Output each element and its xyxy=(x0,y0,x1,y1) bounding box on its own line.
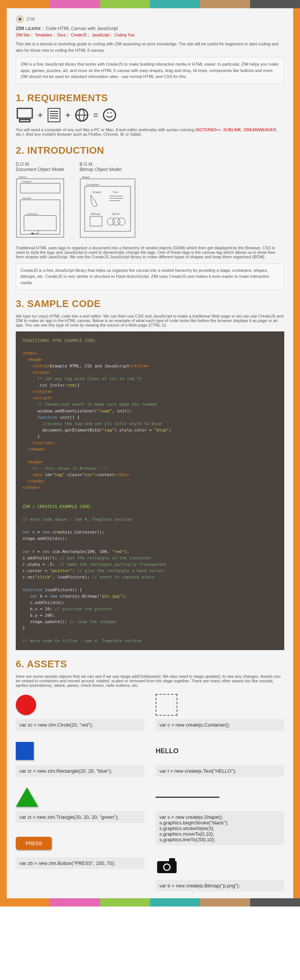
browser-icon xyxy=(74,108,89,123)
svg-rect-3 xyxy=(19,119,30,122)
press-button[interactable]: PRESS xyxy=(16,837,52,850)
logo-text: ZIM xyxy=(26,16,35,22)
svg-rect-34 xyxy=(90,216,102,226)
section-assets-heading: 6. ASSETS xyxy=(16,658,284,670)
line-icon xyxy=(156,797,219,798)
svg-text:<body>: <body> xyxy=(22,196,32,200)
svg-rect-2 xyxy=(17,108,32,118)
top-stripes xyxy=(0,0,300,8)
svg-text:Text: Text xyxy=(113,191,118,194)
assets-text: Here are some sample objects that we can… xyxy=(16,674,284,687)
logo: ZIM xyxy=(16,15,284,23)
svg-text:Stage: Stage xyxy=(82,175,89,179)
text-icon: HELLO xyxy=(156,747,179,755)
sample-code-text: We type (or copy) HTML code into a text … xyxy=(16,314,284,327)
svg-point-12 xyxy=(104,109,115,121)
link-dreamweaver[interactable]: DREAMWEAVER xyxy=(244,127,276,132)
asset-circle: var zc = new zim.Circle(20, "red"); xyxy=(16,693,144,731)
introduction-text: Traditional HTML uses tags to organize a… xyxy=(16,245,284,259)
nav-createjs[interactable]: CreateJS xyxy=(71,33,87,37)
svg-rect-24 xyxy=(80,179,135,237)
introduction-callout: CreateJS is a free JavaScript library th… xyxy=(16,263,284,290)
nav-templates[interactable]: Templates xyxy=(35,33,52,37)
svg-point-38 xyxy=(118,218,125,225)
page-title: ZIM LEARN :: Code HTML Canvas with JavaS… xyxy=(16,25,284,31)
asset-text: HELLO var t = new createjs.Text("HELLO")… xyxy=(156,739,284,777)
asset-triangle: var zt = new zim.Triangle(20, 20, 20, "g… xyxy=(16,785,144,823)
section-introduction-heading: 2. INTRODUCTION xyxy=(16,145,284,156)
bom-diagram-icon: Stage Container Shape Text Bitmap Sprite xyxy=(80,174,136,238)
asset-shape: var s = new createjs.Shape(); s.graphics… xyxy=(156,785,284,845)
nav-coding-tour[interactable]: Coding Tour xyxy=(115,33,135,37)
svg-rect-4 xyxy=(48,108,60,122)
svg-text:<canvas>: <canvas> xyxy=(26,212,38,216)
editor-icon xyxy=(46,107,62,123)
svg-text:Shape: Shape xyxy=(92,191,101,194)
svg-rect-41 xyxy=(169,858,175,862)
zim-logo-icon xyxy=(16,15,24,23)
svg-text:<head>: <head> xyxy=(22,180,32,183)
link-notepad[interactable]: NOTEPAD++ xyxy=(196,127,221,132)
camera-icon xyxy=(156,857,178,875)
dom-bom-diagram: D.O.M. Document Object Model <html> <hea… xyxy=(16,162,284,239)
dom-diagram-icon: <html> <head> <body> <canvas> xyxy=(16,174,64,238)
intro-callout: ZIM is a free JavaScript library that wo… xyxy=(16,57,284,84)
svg-rect-21 xyxy=(24,216,56,231)
svg-text:Sprite: Sprite xyxy=(112,212,120,216)
square-icon xyxy=(16,742,34,760)
requirements-text: You will need a computer of any sort lik… xyxy=(16,127,284,137)
asset-button: PRESS var zb = new zim.Button("PRESS", 2… xyxy=(16,831,144,869)
nav-zim-site[interactable]: ZIM Site xyxy=(16,33,30,37)
computer-icon xyxy=(16,107,34,123)
asset-bitmap: var b = new createjs.Bitmap("p.png"); xyxy=(156,854,284,891)
section-requirements-heading: 1. REQUIREMENTS xyxy=(16,92,284,104)
container-icon xyxy=(156,694,177,716)
svg-point-1 xyxy=(19,18,21,21)
svg-text:Container: Container xyxy=(86,183,99,186)
svg-rect-17 xyxy=(20,183,60,193)
bottom-stripes xyxy=(0,898,300,907)
svg-rect-15 xyxy=(16,179,64,237)
link-sublime[interactable]: SUBLIME xyxy=(223,127,241,132)
svg-rect-19 xyxy=(20,200,60,234)
code-block: TRADITIONAL HTML EXAMPLE CODE: <html> <h… xyxy=(16,331,284,650)
triangle-icon xyxy=(16,787,38,807)
requirements-icons: + + = xyxy=(16,107,284,123)
intro-text: This site is a tutorial or workshop guid… xyxy=(16,41,284,53)
circle-icon xyxy=(16,695,36,715)
nav-javascript[interactable]: JavaScript xyxy=(92,33,110,37)
svg-text:<html>: <html> xyxy=(18,175,27,179)
nav-docs[interactable]: Docs xyxy=(57,33,66,37)
section-sample-code-heading: 3. SAMPLE CODE xyxy=(16,298,284,310)
asset-rectangle: var zr = new zim.Rectangle(20, 20, "blue… xyxy=(16,739,144,777)
svg-point-43 xyxy=(164,864,169,870)
svg-text:Bitmap: Bitmap xyxy=(91,212,100,216)
smile-icon xyxy=(102,108,117,123)
asset-container: var c = new createjs.Container(); xyxy=(156,693,284,731)
nav-links: ZIM Site| Templates| Docs| CreateJS| Jav… xyxy=(16,33,284,37)
